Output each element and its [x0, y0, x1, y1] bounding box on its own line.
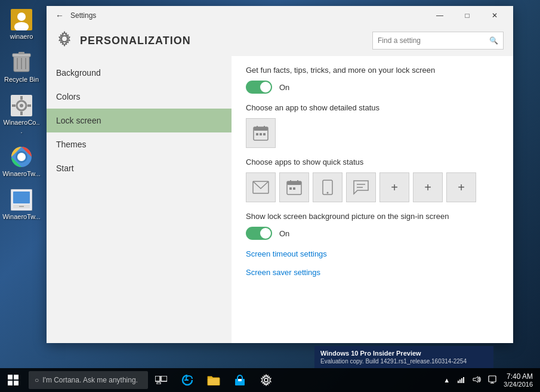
taskbar-notification-icon[interactable] [486, 374, 499, 386]
winaero-tweaker2-label: WinaeroTw... [2, 213, 41, 221]
svg-rect-48 [208, 378, 220, 385]
fun-facts-toggle-row: On [246, 81, 499, 94]
start-button[interactable] [0, 368, 26, 392]
svg-rect-46 [161, 376, 167, 381]
quick-status-add2-btn[interactable]: + [413, 172, 443, 202]
taskbar-date-display: 3/24/2016 [504, 381, 533, 388]
nav-item-lock-screen[interactable]: Lock screen [47, 109, 232, 132]
nav-item-start[interactable]: Start [47, 156, 232, 180]
fun-facts-title: Get fun facts, tips, tricks, and more on… [246, 66, 499, 75]
svg-point-1 [17, 13, 26, 21]
svg-rect-43 [8, 381, 13, 385]
detailed-status-title: Choose an app to show detailed status [246, 103, 499, 112]
winaero-user-label: winaero [10, 33, 33, 41]
window-controls: — □ ✕ [426, 6, 508, 25]
svg-rect-13 [20, 112, 23, 115]
taskbar-file-explorer-icon[interactable] [200, 368, 227, 392]
svg-rect-37 [293, 187, 295, 190]
svg-rect-47 [157, 382, 161, 384]
quick-status-calendar-btn[interactable] [279, 172, 309, 202]
svg-rect-52 [458, 381, 459, 383]
winaero-customizer-icon [10, 94, 33, 117]
svg-rect-28 [256, 133, 258, 135]
svg-point-38 [327, 192, 329, 194]
header-title: PERSONALIZATION [80, 35, 191, 47]
taskbar-chevron-icon[interactable]: ▲ [441, 375, 452, 385]
screen-saver-link[interactable]: Screen saver settings [246, 268, 499, 277]
search-input[interactable] [378, 36, 489, 45]
taskbar-volume-icon[interactable] [470, 375, 483, 385]
quick-status-add3-btn[interactable]: + [446, 172, 476, 202]
svg-point-11 [20, 104, 23, 107]
recycle-bin-label: Recycle Bin [4, 76, 39, 84]
win-notif-title: Windows 10 Pro Insider Preview [320, 350, 487, 357]
quick-status-apps: + + + [246, 172, 499, 202]
lock-screen-bg-toggle-row: On [246, 227, 499, 240]
fun-facts-toggle-label: On [279, 83, 289, 92]
desktop-icon-winaero-user[interactable]: winaero [1, 6, 42, 43]
desktop-icon-recycle-bin[interactable]: Recycle Bin [1, 49, 42, 86]
settings-content: Get fun facts, tips, tricks, and more on… [232, 56, 513, 343]
svg-rect-15 [27, 104, 31, 107]
nav-item-themes[interactable]: Themes [47, 132, 232, 156]
svg-rect-53 [459, 379, 461, 383]
personalization-gear-icon [56, 30, 73, 51]
taskbar-clock[interactable]: 7:40 AM 3/24/2016 [501, 371, 535, 389]
desktop-icon-winaero-tweaker[interactable]: WinaeroTw... [1, 143, 42, 180]
taskbar-search-icon: ○ [35, 376, 39, 384]
svg-rect-41 [8, 375, 13, 379]
taskbar-store-icon[interactable] [227, 368, 253, 392]
taskbar-search[interactable]: ○ I'm Cortana. Ask me anything. [29, 371, 148, 389]
winaero-tweaker-label: WinaeroTw... [2, 170, 41, 178]
back-button[interactable]: ← [51, 7, 68, 24]
winaero-customizer-label: WinaeroCo... [2, 119, 41, 134]
desktop: winaero Recycle Bin [0, 0, 540, 392]
svg-rect-12 [20, 96, 23, 100]
taskbar-edge-icon[interactable] [174, 368, 200, 392]
settings-header: PERSONALIZATION 🔍 [47, 25, 513, 56]
taskbar: ○ I'm Cortana. Ask me anything. [0, 368, 540, 392]
settings-main: Background Colors Lock screen Themes Sta… [47, 56, 513, 343]
svg-marker-56 [473, 376, 478, 382]
lock-screen-bg-toggle[interactable] [246, 227, 272, 240]
search-box[interactable]: 🔍 [372, 32, 504, 50]
quick-status-mail-btn[interactable] [246, 172, 276, 202]
svg-rect-25 [254, 127, 268, 131]
maximize-button[interactable]: □ [453, 6, 481, 25]
winaero-tweaker-icon [10, 146, 33, 168]
taskbar-task-view-button[interactable] [150, 368, 172, 392]
svg-rect-44 [14, 381, 18, 385]
detailed-status-calendar-btn[interactable] [246, 118, 276, 148]
detailed-status-apps [246, 118, 499, 148]
quick-status-phone-btn[interactable] [313, 172, 342, 202]
win-notif-subtitle: Evaluation copy. Build 14291.rs1_release… [320, 358, 487, 365]
winaero-user-icon [10, 8, 33, 31]
taskbar-search-text: I'm Cortana. Ask me anything. [42, 376, 138, 384]
svg-rect-42 [14, 375, 18, 379]
desktop-icon-area: winaero Recycle Bin [0, 0, 43, 223]
minimize-button[interactable]: — [426, 6, 453, 25]
nav-item-background[interactable]: Background [47, 61, 232, 85]
quick-status-title: Choose apps to show quick status [246, 158, 499, 166]
taskbar-settings-icon[interactable] [253, 368, 279, 392]
svg-rect-33 [287, 181, 301, 185]
nav-item-colors[interactable]: Colors [47, 85, 232, 109]
quick-status-chat-btn[interactable] [346, 172, 376, 202]
svg-rect-54 [461, 378, 462, 383]
svg-point-18 [17, 153, 26, 161]
taskbar-system-tray: ▲ [436, 371, 540, 389]
screen-timeout-link[interactable]: Screen timeout settings [246, 249, 499, 258]
svg-rect-22 [19, 206, 24, 207]
fun-facts-toggle[interactable] [246, 81, 272, 94]
svg-rect-36 [289, 187, 292, 190]
lock-screen-bg-title: Show lock screen background picture on t… [246, 212, 499, 221]
close-button[interactable]: ✕ [481, 6, 508, 25]
settings-window: ← Settings — □ ✕ PERSONALIZATION 🔍 [47, 6, 513, 343]
quick-status-add1-btn[interactable]: + [379, 172, 409, 202]
settings-nav: Background Colors Lock screen Themes Sta… [47, 56, 232, 343]
desktop-icon-winaero-customizer[interactable]: WinaeroCo... [1, 92, 42, 137]
taskbar-network-icon[interactable] [455, 375, 468, 385]
desktop-icon-winaero-tweaker2[interactable]: WinaeroTw... [1, 186, 42, 223]
svg-rect-45 [155, 376, 160, 381]
svg-rect-30 [263, 133, 266, 135]
